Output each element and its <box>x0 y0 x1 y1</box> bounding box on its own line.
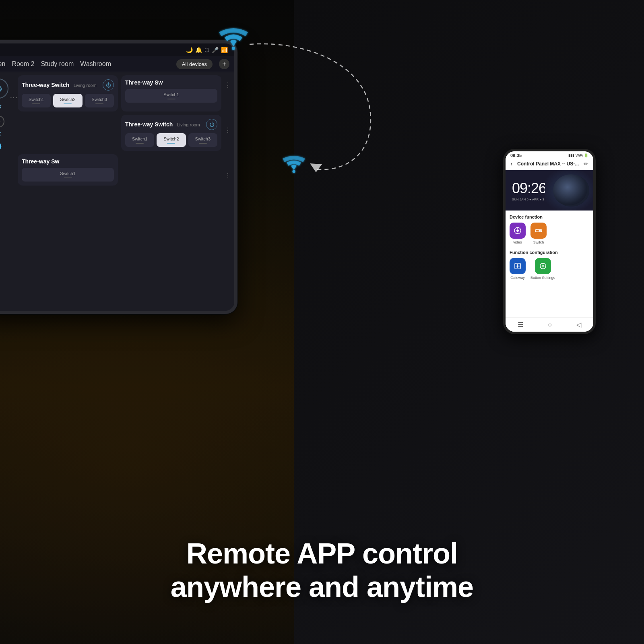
add-widget-button[interactable]: + <box>0 116 4 128</box>
gateway-icon-btn[interactable] <box>510 258 526 274</box>
bluetooth-icon: ⬡ <box>204 47 209 53</box>
phone-wifi-icon: WiFi <box>576 153 583 157</box>
moon-icon: 🌙 <box>186 47 193 53</box>
phone-back-button[interactable]: ‹ <box>510 160 512 167</box>
phone-home-icon[interactable]: ○ <box>548 321 552 328</box>
switch-card-1-header: Three-way Switch Living room ⏻ <box>22 79 114 91</box>
phone-clock-area: 09:26 SUN JAN 6 ● APR ● 3 <box>512 180 546 201</box>
switch-btn-3-3-label: Switch3 <box>190 136 216 141</box>
phone-clock-time: 09:26 <box>512 180 546 197</box>
button-settings-label: Button Settings <box>530 276 555 280</box>
switch-btn-4-1-label: Switch1 <box>23 171 112 176</box>
phone-navbar: ☰ ○ ◁ <box>506 317 593 332</box>
svg-point-4 <box>516 229 519 232</box>
phone-clock-moon <box>553 174 589 206</box>
phone-clock-widget: 09:26 SUN JAN 6 ● APR ● 3 <box>506 170 593 211</box>
switch-btn-4-1-line <box>64 178 72 178</box>
tablet-screen: 🌙 🔔 ⬡ 🎤 📶 Kitchen Room 2 Study room Wash… <box>0 43 234 311</box>
device-function-title: Device function <box>510 215 589 219</box>
tablet-body: 🌙 🔔 ⬡ 🎤 📶 Kitchen Room 2 Study room Wash… <box>0 40 237 314</box>
switch-icon-btn[interactable] <box>530 223 547 239</box>
switch-card-2-header: Three-way Sw <box>125 79 217 86</box>
switch-btn-3-2-line <box>167 143 175 144</box>
function-config-title: Function configuration <box>510 250 589 255</box>
svg-point-1 <box>293 170 295 173</box>
switch-card-3-power-btn[interactable]: ⏻ <box>206 119 217 130</box>
switch-btn-2-1[interactable]: Switch1 <box>125 89 217 103</box>
switch-btn-2-1-line <box>167 99 175 99</box>
switch-card-3-subtitle: Living room <box>177 122 200 127</box>
tablet-content: ⏻ ❄ + °C 💧 Three-way Switch Living room <box>0 72 234 189</box>
gateway-label: Gateway <box>510 276 525 280</box>
phone-back-nav-icon[interactable]: ◁ <box>576 321 581 328</box>
phone-header: ‹ Control Panel MAX -- US-... ✏ <box>506 159 593 170</box>
switch-card-1-power-btn[interactable]: ⏻ <box>103 79 114 91</box>
switch-card-1-title: Three-way Switch <box>22 82 69 88</box>
switch-card-4-header: Three-way Sw <box>22 158 114 165</box>
video-icon-btn[interactable] <box>510 223 526 239</box>
func-item-video[interactable]: video <box>510 223 526 244</box>
phone-header-title: Control Panel MAX -- US-... <box>517 161 579 167</box>
svg-point-8 <box>539 230 541 232</box>
tablet-topbar: 🌙 🔔 ⬡ 🎤 📶 <box>0 43 234 56</box>
nav-item-room2[interactable]: Room 2 <box>12 60 34 68</box>
bottom-title-line1: Remote APP control <box>0 537 644 570</box>
switch-card-1-subtitle: Living room <box>74 83 97 88</box>
switch-label: Switch <box>533 240 544 244</box>
tablet-nav: Kitchen Room 2 Study room Washroom All d… <box>0 56 234 72</box>
phone-clock-date: SUN JAN 6 ● APR ● 3 <box>512 198 546 201</box>
phone-edit-button[interactable]: ✏ <box>584 161 588 167</box>
phone: 09:35 ▮▮▮ WiFi 🔋 ‹ Control Panel MAX -- … <box>503 149 596 334</box>
wifi-icon-bottom <box>282 153 306 177</box>
switch-card-2-title: Three-way Sw <box>125 79 163 86</box>
switch-card-3-buttons: Switch1 Switch2 Switch3 <box>125 133 217 147</box>
func-item-button-settings[interactable]: Button Settings <box>530 258 555 280</box>
phone-status-icons: ▮▮▮ WiFi 🔋 <box>568 153 588 157</box>
wifi-icon-top <box>217 24 250 54</box>
switch-btn-3-1-line <box>136 143 144 144</box>
svg-marker-2 <box>310 163 322 172</box>
video-label: video <box>513 240 522 244</box>
phone-content: Device function video <box>506 211 593 317</box>
switch-btn-2-1-label: Switch1 <box>127 92 216 97</box>
switch-card-4-buttons: Switch1 <box>22 168 114 182</box>
switch-card-2-buttons: Switch1 <box>125 89 217 103</box>
switch-btn-3-3[interactable]: Switch3 <box>188 133 217 147</box>
switch-card-4: Three-way Sw Switch1 <box>18 154 118 186</box>
svg-point-10 <box>517 265 518 267</box>
dashed-arrow <box>225 32 394 193</box>
switch-btn-3-2[interactable]: Switch2 <box>157 133 186 147</box>
bottom-title-line2: anywhere and anytime <box>0 570 644 604</box>
phone-status-time: 09:35 <box>510 153 522 158</box>
svg-point-16 <box>542 265 544 267</box>
func-item-gateway[interactable]: Gateway <box>510 258 526 280</box>
phone-body: 09:35 ▮▮▮ WiFi 🔋 ‹ Control Panel MAX -- … <box>503 149 596 334</box>
switch-btn-3-1-label: Switch1 <box>127 136 153 141</box>
device-function-grid: video Switch <box>510 223 589 244</box>
switch-card-3-title-area: Three-way Switch Living room <box>125 121 200 128</box>
three-dots-menu-1[interactable]: ⋯ <box>10 93 110 151</box>
func-item-switch[interactable]: Switch <box>530 223 547 244</box>
switch-btn-3-2-label: Switch2 <box>158 136 184 141</box>
switch-btn-3-1[interactable]: Switch1 <box>125 133 154 147</box>
switch-card-3: Three-way Switch Living room ⏻ Switch1 <box>121 115 221 151</box>
switch-card-1-title-area: Three-way Switch Living room <box>22 81 97 89</box>
button-settings-icon-btn[interactable] <box>535 258 551 274</box>
phone-screen: 09:35 ▮▮▮ WiFi 🔋 ‹ Control Panel MAX -- … <box>506 151 593 332</box>
bottom-text-area: Remote APP control anywhere and anytime <box>0 537 644 604</box>
all-devices-button[interactable]: All devices <box>176 59 213 69</box>
bell-icon: 🔔 <box>195 47 202 53</box>
nav-item-washroom[interactable]: Washroom <box>80 60 111 68</box>
switch-card-3-header: Three-way Switch Living room ⏻ <box>125 119 217 130</box>
function-config-grid: Gateway <box>510 258 589 280</box>
tablet-power-button[interactable]: ⏻ <box>0 78 8 99</box>
phone-signal-icon: ▮▮▮ <box>568 153 574 157</box>
phone-battery-icon: 🔋 <box>584 153 588 157</box>
svg-point-0 <box>232 47 235 50</box>
nav-item-kitchen[interactable]: Kitchen <box>0 60 5 68</box>
svg-rect-7 <box>535 229 542 232</box>
switch-card-3-title: Three-way Switch <box>125 121 173 128</box>
phone-menu-icon[interactable]: ☰ <box>518 321 523 328</box>
nav-item-studyroom[interactable]: Study room <box>41 60 74 68</box>
switch-btn-4-1[interactable]: Switch1 <box>22 168 114 182</box>
